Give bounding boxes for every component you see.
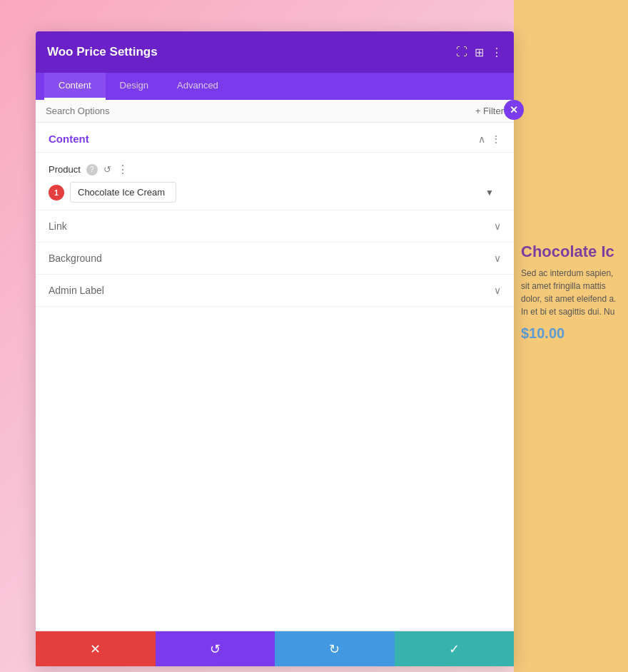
expand-icon[interactable]: ⛶ [456, 46, 467, 58]
redo-button[interactable]: ↻ [275, 631, 395, 666]
link-arrow-icon: ∨ [494, 220, 501, 232]
filter-label: + Filter [475, 106, 504, 116]
search-input[interactable] [46, 106, 475, 116]
link-label: Link [49, 220, 67, 232]
content-section-title: Content [49, 133, 89, 145]
select-arrow-icon: ▼ [485, 188, 494, 198]
field-more-icon[interactable]: ⋮ [117, 163, 128, 176]
admin-label-text: Admin Label [49, 285, 104, 296]
section-more-icon[interactable]: ⋮ [491, 133, 501, 145]
help-icon[interactable]: ? [86, 164, 98, 175]
product-card-description: Sed ac interdum sapien, sit amet fringil… [521, 267, 621, 318]
reset-icon[interactable]: ↺ [103, 164, 111, 175]
section-actions: ∧ ⋮ [478, 133, 501, 145]
bottom-toolbar: ✕ ↺ ↻ ✓ [36, 631, 514, 666]
close-button[interactable]: ✕ [504, 100, 524, 120]
step-badge: 1 [49, 185, 64, 200]
product-field: Product ? ↺ ⋮ 1 Chocolate Ice Cream Vani… [36, 153, 514, 210]
product-card: Chocolate Ic Sed ac interdum sapien, sit… [514, 235, 628, 349]
redo-icon: ↻ [329, 641, 340, 657]
product-label: Product [49, 164, 81, 175]
tab-content[interactable]: Content [44, 73, 106, 100]
tab-design[interactable]: Design [106, 73, 163, 100]
product-select-row: 1 Chocolate Ice Cream Vanilla Ice Cream … [49, 182, 501, 203]
reset-button[interactable]: ↺ [156, 631, 275, 666]
panel-content: Content ∧ ⋮ Product ? ↺ ⋮ 1 Chocolate Ic… [36, 123, 514, 631]
content-section-header: Content ∧ ⋮ [36, 123, 514, 153]
product-card-title: Chocolate Ic [521, 243, 621, 261]
settings-panel: Woo Price Settings ⛶ ⊞ ⋮ ✕ Content Desig… [36, 31, 514, 666]
product-select-wrapper: Chocolate Ice Cream Vanilla Ice Cream St… [70, 182, 501, 203]
field-label-row: Product ? ↺ ⋮ [49, 163, 501, 176]
search-bar: + Filter [36, 100, 514, 123]
cancel-button[interactable]: ✕ [36, 631, 156, 666]
save-icon: ✓ [449, 641, 460, 657]
more-options-icon[interactable]: ⋮ [491, 46, 502, 59]
background-arrow-icon: ∨ [494, 253, 501, 264]
layout-icon[interactable]: ⊞ [475, 46, 484, 59]
header-actions: ⛶ ⊞ ⋮ [456, 46, 502, 59]
collapse-icon[interactable]: ∧ [478, 133, 485, 145]
cancel-icon: ✕ [90, 641, 101, 657]
admin-label-section[interactable]: Admin Label ∨ [36, 275, 514, 307]
background-label: Background [49, 253, 102, 264]
link-section[interactable]: Link ∨ [36, 210, 514, 243]
panel-header: Woo Price Settings ⛶ ⊞ ⋮ [36, 31, 514, 73]
admin-label-arrow-icon: ∨ [494, 285, 501, 296]
tab-bar: Content Design Advanced [36, 73, 514, 100]
background-section[interactable]: Background ∨ [36, 243, 514, 275]
save-button[interactable]: ✓ [395, 631, 515, 666]
product-card-price: $10.00 [521, 325, 621, 342]
panel-title: Woo Price Settings [47, 45, 158, 59]
product-select[interactable]: Chocolate Ice Cream Vanilla Ice Cream St… [70, 182, 176, 203]
tab-advanced[interactable]: Advanced [163, 73, 233, 100]
reset-icon: ↺ [210, 641, 221, 657]
filter-button[interactable]: + Filter [475, 106, 504, 116]
